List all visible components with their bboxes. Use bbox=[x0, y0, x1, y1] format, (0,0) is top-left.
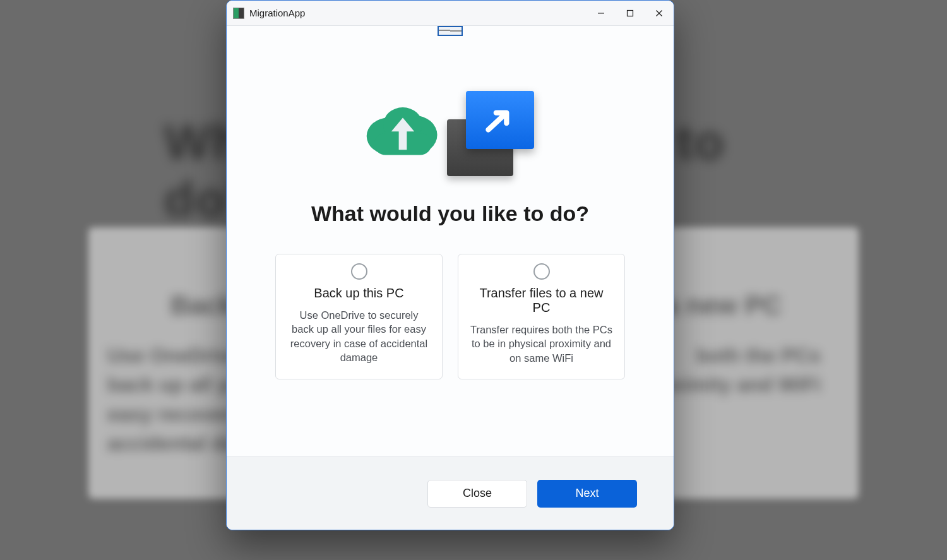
options-row: Back up this PC Use OneDrive to securely… bbox=[275, 254, 625, 379]
radio-transfer[interactable] bbox=[533, 263, 550, 280]
hero-illustration bbox=[362, 88, 539, 182]
radio-backup[interactable] bbox=[351, 263, 367, 280]
titlebar[interactable]: MigrationApp bbox=[227, 1, 674, 26]
minimize-icon bbox=[597, 9, 605, 17]
window-title: MigrationApp bbox=[249, 8, 305, 18]
option-title: Back up this PC bbox=[287, 286, 431, 301]
heading: What would you like to do? bbox=[311, 201, 589, 226]
close-window-button[interactable] bbox=[645, 1, 674, 26]
cloud-upload-icon bbox=[355, 102, 450, 165]
minimize-button[interactable] bbox=[587, 1, 616, 26]
option-backup-this-pc[interactable]: Back up this PC Use OneDrive to securely… bbox=[275, 254, 443, 379]
option-transfer-files[interactable]: Transfer files to a new PC Transfer requ… bbox=[458, 254, 625, 379]
option-description: Use OneDrive to securely back up all you… bbox=[287, 308, 431, 364]
svg-rect-1 bbox=[628, 10, 633, 16]
maximize-icon bbox=[626, 9, 634, 17]
close-icon bbox=[655, 9, 663, 17]
maximize-button[interactable] bbox=[616, 1, 645, 26]
window-controls bbox=[587, 1, 674, 26]
drag-handle-area bbox=[227, 26, 674, 37]
migration-app-window: MigrationApp bbox=[226, 0, 674, 530]
app-icon bbox=[233, 8, 244, 19]
close-button[interactable]: Close bbox=[427, 480, 527, 508]
option-title: Transfer files to a new PC bbox=[470, 286, 613, 315]
option-description: Transfer requires both the PCs to be in … bbox=[470, 323, 613, 365]
drag-handle-icon[interactable] bbox=[438, 26, 463, 36]
dialog-footer: Close Next bbox=[227, 456, 674, 530]
dialog-content: What would you like to do? Back up this … bbox=[227, 37, 674, 456]
shortcut-arrow-icon bbox=[466, 91, 534, 149]
next-button[interactable]: Next bbox=[537, 480, 637, 508]
